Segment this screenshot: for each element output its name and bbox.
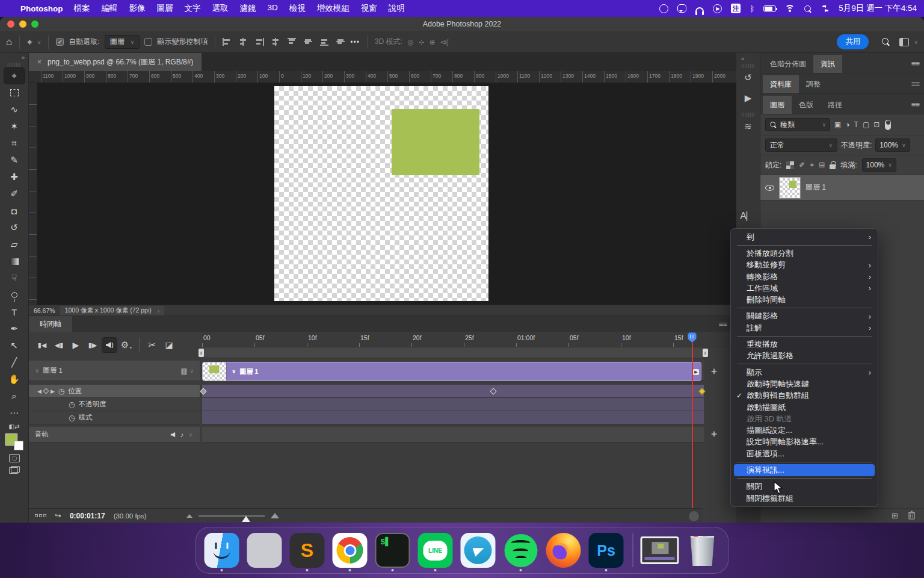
filter-adjustment-layers-icon[interactable]: ◑ (845, 120, 849, 129)
type-tool[interactable]: T (4, 304, 25, 320)
vertical-ruler[interactable] (29, 83, 37, 305)
position-stopwatch-icon[interactable]: ◷ (58, 387, 64, 396)
layer-visibility-eye-icon[interactable] (765, 185, 774, 191)
battery-icon[interactable] (763, 5, 776, 12)
move-tool[interactable]: ⌖ (4, 68, 25, 84)
gradient-tool[interactable] (4, 253, 25, 269)
smudge-tool[interactable]: ☟ (4, 270, 25, 286)
new-item-icon[interactable]: ⊞ (892, 511, 898, 520)
menu-item-[interactable]: 於播放頭分割 (731, 247, 878, 259)
opacity-property-row[interactable]: ◷ 不透明度 (29, 398, 200, 411)
timeline-panel-menu-icon[interactable]: ≡≡ (719, 320, 727, 329)
panel-menu-icon[interactable]: ≡≡ (911, 59, 919, 68)
layer-row-selected[interactable]: 圖層 1 (760, 175, 924, 200)
tools-expand-icon[interactable]: » (21, 54, 25, 61)
clip-filter-icons[interactable]: ▥∨ (181, 367, 194, 375)
timeline-zoom-slider[interactable] (199, 515, 265, 517)
menu-item-[interactable]: 移動並修剪› (731, 259, 878, 271)
background-color-swatch[interactable] (14, 441, 23, 450)
brush-tool[interactable]: ✐ (4, 186, 25, 202)
timeline-zoom-thumb[interactable] (242, 516, 250, 522)
share-button[interactable]: 共用 (837, 34, 869, 49)
workspace-switcher-icon[interactable] (899, 38, 909, 46)
quick-mask-button[interactable] (9, 454, 20, 462)
filter-toggle[interactable] (885, 120, 891, 130)
fill-dropdown[interactable]: 100%∨ (862, 158, 896, 172)
delete-trash-icon[interactable] (908, 511, 916, 521)
align-bottom-icon[interactable] (320, 38, 329, 46)
menu-item-[interactable]: 工作區域› (731, 282, 878, 294)
align-left-icon[interactable] (223, 38, 232, 46)
menubar-item-10[interactable]: 視窗 (361, 3, 377, 14)
audio-track-row[interactable]: 音軌 ♪∨ (29, 427, 200, 443)
lock-artboard-icon[interactable]: ⊞ (819, 161, 825, 169)
work-area-start-handle[interactable]: ‖ (199, 349, 204, 357)
menubar-app-name[interactable]: Photoshop (20, 4, 63, 13)
document-info[interactable]: 1000 像素 x 1000 像素 (72 ppi)› (60, 306, 165, 315)
headphones-icon[interactable] (695, 7, 704, 13)
layer-thumbnail[interactable] (780, 178, 800, 198)
dock-item-spotify[interactable] (502, 529, 540, 571)
workspace-chevron-icon[interactable]: ∨ (914, 39, 918, 45)
frame-mode-icon[interactable] (35, 514, 46, 517)
previous-frame-button[interactable]: ◀▮ (52, 338, 66, 352)
eyedropper-tool[interactable]: ✎ (4, 152, 25, 168)
rectangular-marquee-tool[interactable] (4, 85, 25, 101)
tools-grip[interactable]: |||||||| (7, 62, 21, 66)
tab-色階分佈圖[interactable]: 色階分佈圖 (763, 55, 813, 73)
align-top-icon[interactable] (288, 38, 297, 46)
menu-item-[interactable]: 設定時間軸影格速率... (731, 437, 878, 448)
horizontal-ruler[interactable]: 1100100090080070060050040030020010001002… (29, 71, 736, 83)
menu-item-[interactable]: 註解› (731, 322, 878, 334)
menu-item-[interactable]: 啟動剪輯自動群組✓ (731, 390, 878, 402)
eraser-tool[interactable]: ▱ (4, 237, 25, 252)
auto-select-dropdown[interactable]: 圖層∨ (105, 35, 140, 49)
collapse-panels-icon[interactable]: « (741, 55, 745, 62)
timeline-tab[interactable]: 時間軸 (29, 316, 72, 332)
tool-preset-chevron-icon[interactable]: ∨ (37, 39, 42, 45)
dock-item-chrome[interactable] (331, 529, 369, 571)
keyframe-nav[interactable]: ◀▶ (37, 388, 55, 394)
filter-pixel-layers-icon[interactable]: ▣ (834, 120, 841, 129)
menu-item-[interactable]: 允許跳過影格 (731, 350, 878, 362)
dock-item-photoshop[interactable]: Ps (588, 529, 625, 571)
line-status-icon[interactable] (677, 4, 686, 13)
menubar-item-3[interactable]: 圖層 (157, 3, 173, 14)
layer-group-row[interactable]: ∨ 圖層 1 ▥∨ (29, 361, 200, 381)
menu-item-[interactable]: 關閉標籤群組 (731, 493, 878, 504)
menu-item-[interactable]: 啟動描圖紙 (731, 402, 878, 413)
lock-position-icon[interactable]: ⌖ (810, 161, 814, 169)
canvas[interactable] (274, 86, 488, 301)
history-brush-tool[interactable]: ↺ (4, 220, 25, 235)
menubar-item-2[interactable]: 影像 (129, 3, 146, 14)
play-button[interactable]: ▶ (69, 338, 83, 352)
lock-pixels-icon[interactable]: ✐ (799, 161, 805, 169)
media-play-icon[interactable]: ▶ (713, 4, 722, 13)
timeline-scroll-knob[interactable] (689, 511, 699, 521)
move-tool-preset-icon[interactable]: ⌖ (27, 37, 32, 48)
healing-brush-tool[interactable]: ✚ (4, 169, 25, 185)
opacity-stopwatch-icon[interactable]: ◷ (69, 400, 75, 409)
dock-item-terminal[interactable]: $▋ (374, 529, 411, 571)
menu-item-[interactable]: 面板選項... (731, 448, 878, 459)
clone-stamp-tool[interactable]: ◘ (4, 203, 25, 219)
menu-item-[interactable]: 重複播放 (731, 338, 878, 350)
align-middle-icon[interactable] (304, 38, 313, 46)
menubar-item-9[interactable]: 增效模組 (317, 3, 350, 14)
tab-色版[interactable]: 色版 (792, 96, 821, 114)
tab-路徑[interactable]: 路徑 (821, 96, 849, 114)
menu-item-[interactable]: 關鍵影格› (731, 311, 878, 322)
layer1-artwork[interactable] (392, 109, 479, 175)
style-property-row[interactable]: ◷ 樣式 (29, 411, 200, 424)
input-source-badge[interactable]: 注 (731, 4, 741, 13)
dock-item-minimized-window[interactable] (641, 529, 679, 571)
add-media-button[interactable]: + (711, 365, 717, 378)
canvas-pasteboard[interactable] (29, 83, 736, 305)
wifi-icon[interactable] (785, 5, 795, 12)
menubar-item-7[interactable]: 3D (268, 3, 278, 14)
filter-type-layers-icon[interactable]: T (854, 120, 858, 129)
menu-item-[interactable]: 關閉 (731, 481, 878, 493)
bluetooth-icon[interactable]: ᛒ (750, 3, 754, 14)
line-tool[interactable]: ╱ (4, 355, 25, 370)
history-panel-icon[interactable]: ↺ (739, 69, 757, 86)
